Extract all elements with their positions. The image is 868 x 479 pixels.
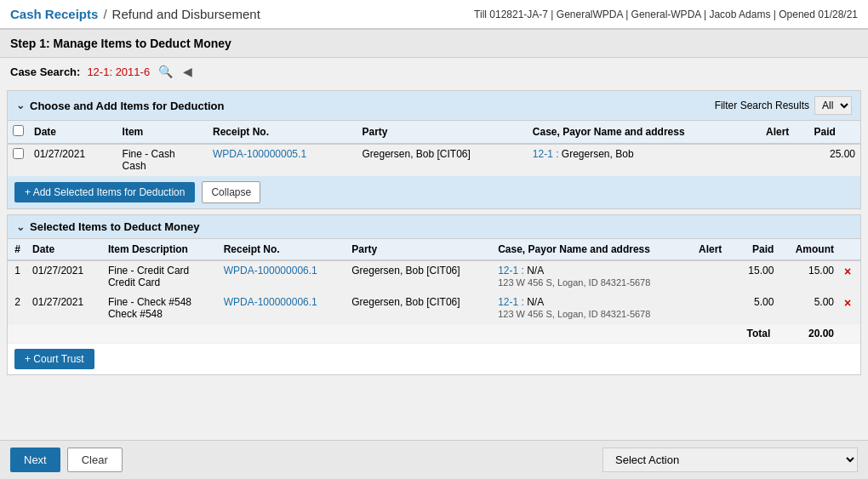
choose-col-date: Date — [29, 121, 117, 144]
sel-col-action — [839, 239, 860, 260]
sel-row-case: 12-1 : N/A123 W 456 S, Logan, ID 84321-5… — [493, 260, 694, 293]
case-search-value: 12-1: 2011-6 — [87, 66, 150, 78]
choose-col-party: Party — [357, 121, 527, 144]
sel-col-amount: Amount — [779, 239, 839, 260]
row-item: Fine - CashCash — [117, 144, 208, 176]
sel-row-receipt: WPDA-100000006.1 — [219, 293, 347, 324]
choose-section: ⌄ Choose and Add Items for Deduction Fil… — [7, 90, 861, 209]
sel-col-date: Date — [27, 239, 103, 260]
sel-row-address: 123 W 456 S, Logan, ID 84321-5678 — [498, 309, 650, 319]
selected-collapse-arrow[interactable]: ⌄ — [16, 221, 25, 233]
choose-col-case: Case, Payor Name and address — [528, 121, 761, 144]
sel-row-item: Fine - Credit CardCredit Card — [103, 260, 219, 293]
sel-row-remove-cell: × — [839, 293, 860, 324]
sel-row-remove-cell: × — [839, 260, 860, 293]
remove-row-button[interactable]: × — [844, 265, 851, 278]
row-receipt: WPDA-100000005.1 — [208, 144, 357, 176]
row-date: 01/27/2021 — [29, 144, 117, 176]
selected-section-title: ⌄ Selected Items to Deduct Money — [16, 220, 852, 233]
choose-col-checkbox — [8, 121, 29, 144]
choose-collapse-arrow[interactable]: ⌄ — [16, 100, 25, 111]
case-search-label: Case Search: — [10, 66, 80, 78]
choose-col-receipt: Receipt No. — [208, 121, 357, 144]
sel-row-num: 1 — [8, 260, 27, 293]
add-selected-items-button[interactable]: + Add Selected Items for Deduction — [14, 182, 195, 202]
row-case: 12-1 : Gregersen, Bob — [528, 144, 761, 176]
sel-receipt-link[interactable]: WPDA-100000006.1 — [224, 296, 317, 308]
search-icon-button[interactable]: 🔍 — [157, 65, 174, 78]
selected-table: # Date Item Description Receipt No. Part… — [8, 239, 860, 344]
till-info: Till 012821-JA-7 | GeneralWPDA | General… — [474, 9, 858, 20]
choose-col-item: Item — [117, 121, 208, 144]
footer-left: Next Clear — [10, 448, 123, 472]
select-action-dropdown[interactable]: Select Action — [602, 448, 858, 472]
breadcrumb-separator: / — [103, 7, 106, 21]
sel-col-paid: Paid — [735, 239, 779, 260]
next-button[interactable]: Next — [10, 448, 60, 472]
step-title: Step 1: Manage Items to Deduct Money — [0, 29, 868, 58]
sel-col-alert: Alert — [694, 239, 735, 260]
sel-row-num: 2 — [8, 293, 27, 324]
sel-row-party: Gregersen, Bob [CIT06] — [346, 293, 493, 324]
row-checkbox-cell — [8, 144, 29, 176]
sel-col-party: Party — [346, 239, 493, 260]
row-checkbox[interactable] — [13, 148, 24, 159]
sel-row-date: 01/27/2021 — [27, 260, 103, 293]
selected-section: ⌄ Selected Items to Deduct Money # Date … — [7, 214, 861, 375]
row-party: Gregersen, Bob [CIT06] — [357, 144, 527, 176]
total-amount: 20.00 — [779, 324, 839, 344]
sel-row-case: 12-1 : N/A123 W 456 S, Logan, ID 84321-5… — [493, 293, 694, 324]
choose-section-label: Choose and Add Items for Deduction — [30, 100, 224, 112]
sel-row-amount: 15.00 — [779, 260, 839, 293]
back-icon-button[interactable]: ◀ — [181, 65, 194, 78]
footer: Next Clear Select Action — [0, 440, 868, 479]
choose-section-title: ⌄ Choose and Add Items for Deduction — [16, 100, 224, 112]
sel-row-amount: 5.00 — [779, 293, 839, 324]
header: Cash Receipts / Refund and Disbursement … — [0, 0, 868, 29]
sel-row-date: 01/27/2021 — [27, 293, 103, 324]
filter-row: Filter Search Results All — [715, 96, 852, 115]
total-row: Total 20.00 — [8, 324, 860, 344]
court-trust-bar: + Court Trust — [8, 344, 860, 374]
case-search-row: Case Search: 12-1: 2011-6 🔍 ◀ — [0, 58, 868, 85]
sel-row-party: Gregersen, Bob [CIT06] — [346, 260, 493, 293]
table-row: 01/27/2021 Fine - CashCash WPDA-10000000… — [8, 144, 860, 176]
cash-receipts-link[interactable]: Cash Receipts — [10, 7, 98, 21]
filter-label: Filter Search Results — [715, 100, 809, 111]
selected-section-header: ⌄ Selected Items to Deduct Money — [8, 215, 860, 239]
choose-col-alert: Alert — [761, 121, 809, 144]
choose-section-header: ⌄ Choose and Add Items for Deduction Fil… — [8, 91, 860, 121]
breadcrumb-current: Refund and Disbursement — [112, 7, 260, 21]
sel-row-alert — [694, 260, 735, 293]
sel-col-num: # — [8, 239, 27, 260]
list-item: 2 01/27/2021 Fine - Check #548Check #548… — [8, 293, 860, 324]
row-alert — [761, 144, 809, 176]
list-item: 1 01/27/2021 Fine - Credit CardCredit Ca… — [8, 260, 860, 293]
sel-receipt-link[interactable]: WPDA-100000006.1 — [224, 265, 317, 277]
remove-row-button[interactable]: × — [844, 296, 851, 310]
collapse-button[interactable]: Collapse — [202, 181, 260, 203]
sel-row-paid: 15.00 — [735, 260, 779, 293]
breadcrumb: Cash Receipts / Refund and Disbursement — [10, 7, 260, 21]
sel-col-receipt: Receipt No. — [219, 239, 347, 260]
choose-select-all[interactable] — [13, 125, 24, 136]
sel-row-receipt: WPDA-100000006.1 — [219, 260, 347, 293]
court-trust-button[interactable]: + Court Trust — [14, 349, 94, 369]
sel-col-case: Case, Payor Name and address — [493, 239, 694, 260]
sel-row-item: Fine - Check #548Check #548 — [103, 293, 219, 324]
receipt-link[interactable]: WPDA-100000005.1 — [213, 148, 306, 160]
sel-row-address: 123 W 456 S, Logan, ID 84321-5678 — [498, 277, 650, 288]
sel-row-paid: 5.00 — [735, 293, 779, 324]
clear-button[interactable]: Clear — [67, 448, 123, 472]
choose-action-bar: + Add Selected Items for Deduction Colla… — [8, 176, 860, 208]
choose-col-paid: Paid — [809, 121, 860, 144]
choose-table: Date Item Receipt No. Party Case, Payor … — [8, 121, 860, 176]
sel-row-alert — [694, 293, 735, 324]
filter-select[interactable]: All — [814, 96, 852, 115]
total-label: Total — [8, 324, 779, 344]
sel-col-item: Item Description — [103, 239, 219, 260]
row-paid: 25.00 — [809, 144, 860, 176]
selected-section-label: Selected Items to Deduct Money — [30, 220, 199, 233]
